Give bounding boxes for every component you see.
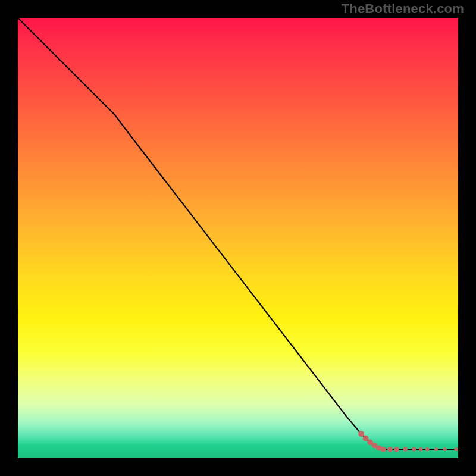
plot-area [18, 18, 458, 458]
marker-point [394, 447, 399, 452]
marker-point [425, 447, 429, 451]
chart-overlay-svg [18, 18, 458, 458]
watermark-text: TheBottleneck.com [342, 1, 464, 17]
marker-point [358, 431, 364, 437]
chart-frame: TheBottleneck.com [0, 0, 476, 476]
marker-point [403, 447, 408, 452]
marker-point [387, 447, 392, 452]
marker-point [363, 436, 369, 441]
marker-point [419, 447, 422, 451]
marker-point [454, 447, 458, 451]
marker-point [381, 447, 386, 452]
marker-point [434, 447, 438, 451]
marker-point [443, 447, 447, 451]
marker-point [412, 447, 416, 452]
bottleneck-curve [18, 18, 458, 449]
